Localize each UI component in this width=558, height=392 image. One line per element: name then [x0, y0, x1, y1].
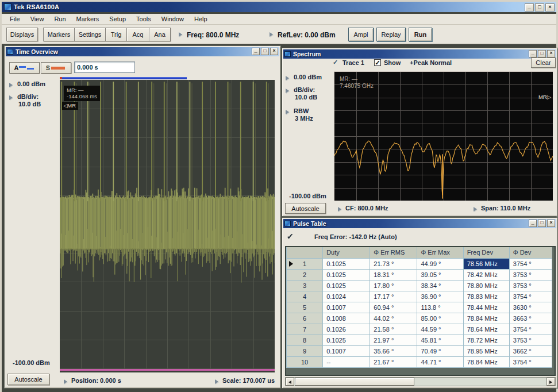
menu-file[interactable]: File	[5, 14, 25, 24]
sp-marker-flag[interactable]: MR▷	[538, 94, 551, 100]
clear-button[interactable]: Clear	[531, 57, 556, 68]
table-cell[interactable]: 0.1024	[323, 291, 370, 302]
table-cell[interactable]: 17.80 °	[370, 280, 417, 291]
table-cell[interactable]: 3754 °	[509, 356, 552, 367]
freq-readout[interactable]: Freq: 800.0 MHz	[187, 31, 239, 39]
time-overview-close-button[interactable]: ×	[270, 48, 278, 55]
table-cell[interactable]: 0.1025	[323, 258, 370, 269]
sp-bottom-level-label[interactable]: -100.00 dBm	[289, 193, 326, 199]
table-cell[interactable]: 38.34 °	[417, 280, 463, 291]
table-cell[interactable]: 17.17 °	[370, 291, 417, 302]
table-cell[interactable]: 44.99 °	[417, 258, 463, 269]
menu-tools[interactable]: Tools	[132, 14, 156, 24]
pulse-table-close-button[interactable]: ×	[547, 220, 555, 227]
table-cell[interactable]: 78.95 MHz	[463, 345, 509, 356]
row-header[interactable]: 1	[287, 258, 323, 269]
sp-top-level-expander-icon[interactable]	[286, 76, 289, 80]
reflev-expander-icon[interactable]	[270, 32, 273, 37]
maximize-button[interactable]: □	[535, 3, 544, 11]
detection-label[interactable]: +Peak Normal	[410, 59, 452, 66]
run-button[interactable]: Run	[409, 28, 432, 41]
table-cell[interactable]: 0.1007	[323, 345, 370, 356]
column-header-Duty[interactable]: Duty	[323, 247, 370, 258]
column-header-Freq Dev[interactable]: Freq Dev	[463, 247, 509, 258]
table-cell[interactable]: 44.59 °	[417, 324, 463, 335]
position-expander-icon[interactable]	[64, 379, 67, 384]
table-cell[interactable]: --	[323, 356, 370, 367]
spectrum-minimize-button[interactable]: _	[529, 50, 537, 57]
analysis-window-bar-handle[interactable]	[60, 77, 62, 79]
menu-run[interactable]: Run	[49, 14, 70, 24]
time-overview-maximize-button[interactable]: □	[261, 48, 269, 55]
table-cell[interactable]: 18.31 °	[370, 269, 417, 280]
row-header[interactable]: 7	[287, 324, 323, 335]
table-cell[interactable]: 3753 °	[509, 269, 552, 280]
row-header[interactable]: 4	[287, 291, 323, 302]
position-readout[interactable]: Position: 0.000 s	[71, 377, 121, 384]
table-cell[interactable]: 78.44 MHz	[463, 302, 509, 313]
scale-readout[interactable]: Scale: 170.007 us	[222, 377, 275, 384]
table-cell[interactable]: 78.83 MHz	[463, 291, 509, 302]
freq-error-readout[interactable]: Freq Error: -142.0 Hz (Auto)	[314, 233, 397, 240]
to-dbdiv-label[interactable]: dB/div:	[17, 93, 39, 100]
table-cell[interactable]: 78.56 MHz	[463, 258, 509, 269]
table-cell[interactable]: 3753 °	[509, 335, 552, 345]
sp-autoscale-button[interactable]: Autoscale	[285, 203, 326, 214]
sp-dbdiv-expander-icon[interactable]	[286, 89, 289, 93]
scroll-right-button[interactable]	[547, 378, 555, 386]
row-header[interactable]: 3	[287, 280, 323, 291]
time-overview-plot[interactable]: MR: — -144.068 ms ◁MR	[60, 80, 275, 372]
menu-view[interactable]: View	[26, 14, 49, 24]
to-dbdiv-expander-icon[interactable]	[9, 95, 13, 100]
table-cell[interactable]: 78.84 MHz	[463, 356, 509, 367]
table-cell[interactable]: 0.1007	[323, 302, 370, 313]
row-header[interactable]: 2	[287, 269, 323, 280]
analysis-time-button[interactable]: A	[9, 62, 40, 74]
table-cell[interactable]: 21.67 °	[370, 356, 417, 367]
sp-dbdiv-value[interactable]: 10.0 dB	[295, 94, 317, 101]
sp-rbw-expander-icon[interactable]	[286, 110, 289, 114]
table-cell[interactable]: 39.05 °	[417, 269, 463, 280]
scroll-left-button[interactable]	[286, 378, 294, 386]
pulse-table-minimize-button[interactable]: _	[529, 220, 537, 227]
ana-button[interactable]: Ana	[149, 28, 171, 41]
ampl-button[interactable]: Ampl	[348, 28, 374, 41]
sp-dbdiv-label[interactable]: dB/div:	[294, 86, 315, 93]
table-cell[interactable]: 0.1026	[323, 324, 370, 335]
table-cell[interactable]: 0.1025	[323, 335, 370, 345]
table-cell[interactable]: 78.72 MHz	[463, 335, 509, 345]
table-cell[interactable]: 78.84 MHz	[463, 313, 509, 324]
column-header-row[interactable]	[287, 247, 323, 258]
column-header-Φ Dev[interactable]: Φ Dev	[509, 247, 552, 258]
table-cell[interactable]: 0.1025	[323, 280, 370, 291]
menu-window[interactable]: Window	[157, 14, 188, 24]
freq-expander-icon[interactable]	[179, 32, 182, 37]
row-header[interactable]: 9	[287, 345, 323, 356]
reflev-readout[interactable]: RefLev: 0.00 dBm	[278, 31, 336, 39]
pulse-table-maximize-button[interactable]: □	[538, 220, 546, 227]
table-cell[interactable]: 21.58 °	[370, 324, 417, 335]
table-cell[interactable]: 36.90 °	[417, 291, 463, 302]
table-cell[interactable]: 3663 °	[509, 313, 552, 324]
table-cell[interactable]: 44.71 °	[417, 356, 463, 367]
sp-rbw-label[interactable]: RBW	[294, 107, 309, 114]
table-cell[interactable]: 3662 °	[509, 345, 552, 356]
offset-time-input[interactable]: 0.000 s	[74, 62, 135, 73]
pulse-table-titlebar[interactable]: Pulse Table _ □ ×	[283, 219, 556, 228]
markers-button[interactable]: Markers	[43, 28, 75, 41]
spectrum-maximize-button[interactable]: □	[538, 50, 546, 57]
span-readout[interactable]: Span: 110.0 MHz	[481, 205, 530, 212]
settings-button[interactable]: Settings	[74, 28, 106, 41]
to-top-level-expander-icon[interactable]	[9, 83, 13, 87]
row-header[interactable]: 5	[287, 302, 323, 313]
table-cell[interactable]: 3753 °	[509, 280, 552, 291]
spectrum-time-button[interactable]: S	[41, 62, 71, 74]
scale-expander-icon[interactable]	[215, 379, 218, 384]
table-cell[interactable]: 45.81 °	[417, 335, 463, 345]
displays-button[interactable]: Displays	[6, 28, 38, 41]
to-marker-flag[interactable]: ◁MR	[62, 102, 78, 110]
spectrum-close-button[interactable]: ×	[547, 50, 555, 57]
close-button[interactable]: ×	[545, 3, 555, 11]
scrollbar-thumb[interactable]	[295, 378, 414, 386]
table-cell[interactable]: 85.00 °	[417, 313, 463, 324]
